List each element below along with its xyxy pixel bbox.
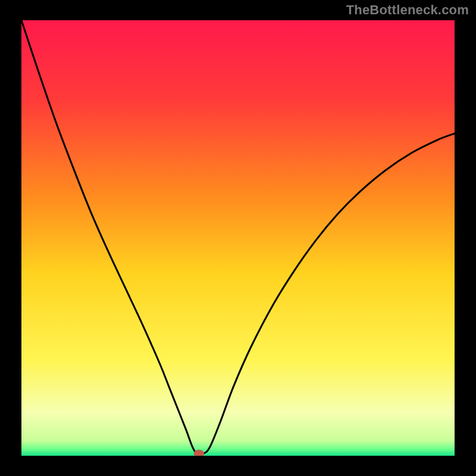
watermark-label: TheBottleneck.com (346, 2, 469, 18)
gradient-background (21, 20, 455, 456)
plot-svg (21, 20, 455, 456)
plot-area (21, 20, 455, 456)
chart-frame: TheBottleneck.com (0, 0, 476, 476)
